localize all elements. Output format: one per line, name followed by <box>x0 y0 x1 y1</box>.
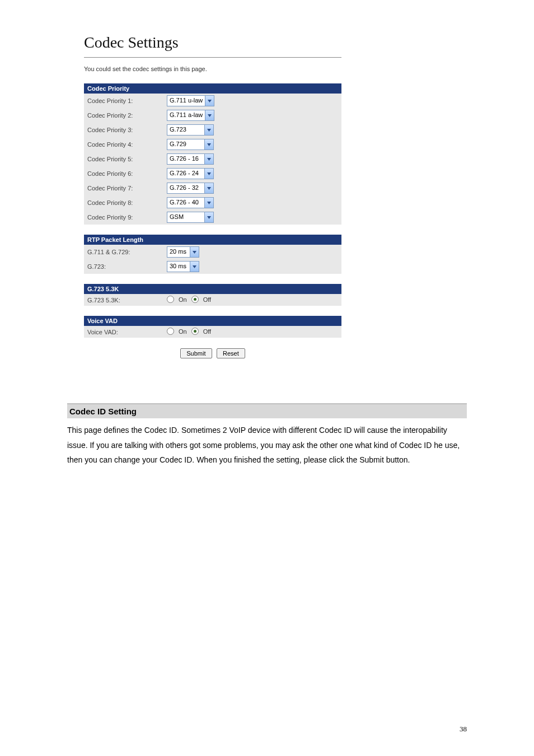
voice-vad-header: Voice VAD <box>84 316 341 326</box>
codec-priority-1-label: Codec Priority 1: <box>84 94 163 108</box>
codec-id-setting-section: Codec ID Setting This page defines the C… <box>67 403 467 468</box>
chevron-down-icon <box>204 183 213 193</box>
g723-53k-off-radio[interactable] <box>191 296 199 303</box>
rtp-packet-length-table: RTP Packet Length G.711 & G.729: 20 ms G… <box>84 235 341 274</box>
codec-priority-9-select[interactable]: GSM <box>167 212 214 223</box>
codec-priority-8-select[interactable]: G.726 - 40 <box>167 197 214 208</box>
page-title: Codec Settings <box>84 34 341 52</box>
chevron-down-icon <box>190 262 199 272</box>
voice-vad-table: Voice VAD Voice VAD: On Off <box>84 316 341 338</box>
voice-vad-on-radio[interactable] <box>167 328 174 335</box>
select-value: G.726 - 24 <box>167 169 204 179</box>
radio-label-off: Off <box>203 328 211 335</box>
table-row: Codec Priority 4: G.729 <box>84 137 341 152</box>
table-row: Codec Priority 9: GSM <box>84 210 341 225</box>
chevron-down-icon <box>204 154 213 164</box>
codec-id-setting-body: This page defines the Codec ID. Sometime… <box>67 423 467 468</box>
codec-priority-7-select[interactable]: G.726 - 32 <box>167 183 214 194</box>
radio-label-off: Off <box>203 296 211 303</box>
codec-settings-panel: Codec Settings You could set the codec s… <box>84 34 341 358</box>
codec-priority-1-select[interactable]: G.711 u-law <box>167 95 214 106</box>
table-row: Codec Priority 3: G.723 <box>84 123 341 137</box>
codec-priority-6-select[interactable]: G.726 - 24 <box>167 168 214 179</box>
chevron-down-icon <box>205 96 214 106</box>
g723-53k-header: G.723 5.3K <box>84 284 341 294</box>
radio-label-on: On <box>179 328 187 335</box>
voice-vad-off-radio[interactable] <box>191 328 199 335</box>
codec-id-setting-heading: Codec ID Setting <box>69 407 462 416</box>
codec-priority-2-select[interactable]: G.711 a-law <box>167 110 214 121</box>
g723-53k-table: G.723 5.3K G.723 5.3K: On Off <box>84 284 341 306</box>
table-row: Codec Priority 1: G.711 u-law <box>84 94 341 108</box>
table-row: G.723 5.3K: On Off <box>84 294 341 306</box>
title-rule <box>84 57 341 58</box>
codec-priority-5-label: Codec Priority 5: <box>84 152 163 166</box>
chevron-down-icon <box>204 169 213 179</box>
codec-priority-6-label: Codec Priority 6: <box>84 166 163 181</box>
select-value: G.729 <box>167 139 204 150</box>
table-row: Codec Priority 8: G.726 - 40 <box>84 195 341 210</box>
table-row: G.723: 30 ms <box>84 259 341 274</box>
select-value: G.726 - 40 <box>167 198 204 208</box>
doc-heading-bar: Codec ID Setting <box>67 403 467 418</box>
select-value: G.723 <box>167 125 204 135</box>
codec-priority-header: Codec Priority <box>84 83 341 94</box>
rtp-g711-g729-select[interactable]: 20 ms <box>167 246 199 258</box>
codec-priority-2-label: Codec Priority 2: <box>84 108 163 123</box>
select-value: 20 ms <box>167 247 190 257</box>
chevron-down-icon <box>204 125 213 135</box>
rtp-g723-label: G.723: <box>84 259 163 274</box>
rtp-g711-g729-label: G.711 & G.729: <box>84 245 163 259</box>
table-row: Codec Priority 5: G.726 - 16 <box>84 152 341 166</box>
chevron-down-icon <box>204 198 213 208</box>
codec-priority-8-label: Codec Priority 8: <box>84 195 163 210</box>
intro-text: You could set the codec settings in this… <box>84 66 341 72</box>
radio-label-on: On <box>179 296 187 303</box>
table-row: Codec Priority 2: G.711 a-law <box>84 108 341 123</box>
select-value: G.711 u-law <box>167 96 205 106</box>
submit-button[interactable]: Submit <box>180 348 212 358</box>
table-row: Voice VAD: On Off <box>84 326 341 338</box>
table-row: G.711 & G.729: 20 ms <box>84 245 341 259</box>
codec-priority-9-label: Codec Priority 9: <box>84 210 163 225</box>
codec-priority-table: Codec Priority Codec Priority 1: G.711 u… <box>84 83 341 225</box>
select-value: G.726 - 32 <box>167 183 204 193</box>
codec-priority-4-select[interactable]: G.729 <box>167 139 214 150</box>
chevron-down-icon <box>190 247 199 257</box>
button-row: Submit Reset <box>84 348 341 358</box>
table-row: Codec Priority 6: G.726 - 24 <box>84 166 341 181</box>
voice-vad-label: Voice VAD: <box>84 326 163 338</box>
g723-53k-label: G.723 5.3K: <box>84 294 163 306</box>
page-number: 38 <box>460 725 467 734</box>
select-value: G.726 - 16 <box>167 154 204 164</box>
chevron-down-icon <box>205 110 214 120</box>
codec-priority-5-select[interactable]: G.726 - 16 <box>167 153 214 165</box>
g723-53k-on-radio[interactable] <box>167 296 174 303</box>
codec-priority-3-label: Codec Priority 3: <box>84 123 163 137</box>
chevron-down-icon <box>204 139 213 150</box>
codec-priority-7-label: Codec Priority 7: <box>84 181 163 195</box>
select-value: G.711 a-law <box>167 110 205 120</box>
rtp-header: RTP Packet Length <box>84 235 341 245</box>
reset-button[interactable]: Reset <box>217 348 245 358</box>
select-value: GSM <box>167 212 204 222</box>
codec-priority-4-label: Codec Priority 4: <box>84 137 163 152</box>
table-row: Codec Priority 7: G.726 - 32 <box>84 181 341 195</box>
rtp-g723-select[interactable]: 30 ms <box>167 261 199 272</box>
select-value: 30 ms <box>167 262 190 272</box>
chevron-down-icon <box>204 212 213 222</box>
codec-priority-3-select[interactable]: G.723 <box>167 124 214 136</box>
